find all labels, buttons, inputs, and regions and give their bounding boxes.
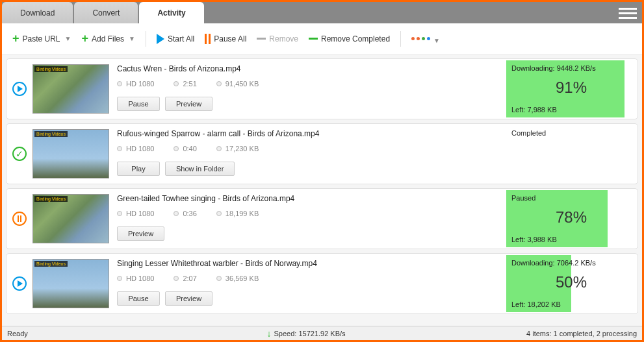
quality: HD 1080 (117, 275, 154, 282)
statusbar: Ready ↓ Speed: 15721.92 KB/s 4 items: 1 … (2, 326, 642, 340)
percent-text: 91% (506, 76, 636, 99)
duration: 2:51 (174, 80, 196, 88)
item-meta: HD 1080 2:07 36,569 KB (117, 275, 497, 282)
item-actions: Preview (117, 226, 497, 241)
thumbnail[interactable]: Birding Videos (32, 129, 109, 178)
percent-text: 78% (506, 206, 636, 229)
item-meta: HD 1080 0:40 17,230 KB (117, 145, 497, 153)
header-bar: Download Convert Activity (2, 2, 642, 23)
percent-text: 50% (506, 271, 636, 294)
item-status: Paused 78% Left: 3,988 KB (506, 190, 636, 247)
item-info: Green-tailed Towhee singing - Birds of A… (109, 189, 505, 249)
item-title: Rufous-winged Sparrow - alarm call - Bir… (117, 129, 497, 138)
menu-icon[interactable] (619, 4, 637, 22)
pause-button[interactable]: Pause (117, 291, 160, 306)
list-item[interactable]: Birding Videos Cactus Wren - Birds of Ar… (6, 58, 638, 119)
plus-icon: + (12, 32, 19, 45)
quality: HD 1080 (117, 145, 154, 153)
thumbnail[interactable]: Birding Videos (32, 259, 109, 308)
duration: 2:07 (174, 275, 196, 282)
item-meta: HD 1080 0:36 18,199 KB (117, 210, 497, 217)
tab-download[interactable]: Download (2, 2, 73, 23)
item-title: Cactus Wren - Birds of Arizona.mp4 (117, 64, 497, 73)
separator (400, 31, 401, 47)
thumbnail[interactable]: Birding Videos (32, 194, 109, 243)
status-text: Completed (506, 125, 636, 141)
item-title: Green-tailed Towhee singing - Birds of A… (117, 194, 497, 203)
item-actions: PausePreview (117, 97, 497, 111)
activity-list: Birding Videos Cactus Wren - Birds of Ar… (2, 55, 642, 326)
play-button[interactable]: Play (117, 162, 160, 176)
plus-icon: + (81, 32, 88, 45)
download-arrow-icon: ↓ (267, 328, 272, 339)
status-text: Downloading: 7064.2 KB/s (506, 255, 636, 271)
thumb-label: Birding Videos (34, 131, 68, 137)
list-item[interactable]: Birding Videos Green-tailed Towhee singi… (6, 188, 638, 249)
separator (146, 31, 146, 47)
status-text: Paused (506, 190, 636, 206)
duration: 0:36 (174, 210, 196, 217)
item-actions: PausePreview (117, 291, 497, 306)
paste-url-label: Paste URL (23, 34, 60, 43)
pause-button[interactable]: Pause (117, 97, 160, 111)
start-all-label: Start All (168, 34, 194, 43)
show-in-folder-button[interactable]: Show in Folder (165, 162, 235, 176)
tab-activity[interactable]: Activity (139, 2, 203, 23)
status-items: 4 items: 1 completed, 2 processing (526, 330, 637, 337)
item-status-icon: ✓ (6, 124, 32, 184)
item-info: Rufous-winged Sparrow - alarm call - Bir… (109, 124, 505, 184)
minus-icon (309, 38, 318, 40)
item-status-icon (6, 254, 32, 313)
play-icon (157, 34, 164, 44)
remove-button[interactable]: Remove (253, 32, 302, 46)
item-meta: HD 1080 2:51 91,450 KB (117, 80, 497, 88)
item-info: Cactus Wren - Birds of Arizona.mp4 HD 10… (109, 59, 505, 119)
remove-label: Remove (269, 34, 298, 43)
filesize: 18,199 KB (216, 210, 259, 217)
more-button[interactable]: ▼ (407, 34, 441, 43)
chevron-down-icon[interactable]: ▼ (433, 37, 437, 40)
status-speed: ↓ Speed: 15721.92 KB/s (267, 328, 527, 339)
item-status: Downloading: 9448.2 KB/s 91% Left: 7,988… (506, 60, 636, 117)
thumb-label: Birding Videos (34, 261, 68, 267)
filesize: 17,230 KB (216, 145, 259, 153)
paste-url-button[interactable]: + Paste URL ▼ (8, 29, 75, 48)
preview-button[interactable]: Preview (165, 97, 213, 111)
pause-circle-icon[interactable] (12, 212, 27, 226)
item-status-icon (6, 59, 32, 119)
pause-all-button[interactable]: Pause All (201, 31, 250, 47)
list-item[interactable]: ✓ Birding Videos Rufous-winged Sparrow -… (6, 123, 638, 184)
left-text: Left: 7,988 KB (511, 106, 557, 114)
play-circle-icon[interactable] (12, 276, 27, 291)
minus-icon (257, 38, 266, 40)
add-files-label: Add Files (92, 34, 124, 43)
status-ready: Ready (7, 330, 267, 337)
chevron-down-icon[interactable]: ▼ (65, 35, 71, 42)
left-text: Left: 3,988 KB (511, 236, 557, 243)
check-circle-icon: ✓ (12, 147, 27, 161)
add-files-button[interactable]: + Add Files ▼ (77, 29, 138, 48)
pause-icon (205, 34, 211, 44)
item-status: Downloading: 7064.2 KB/s 50% Left: 18,20… (506, 255, 636, 312)
tab-convert[interactable]: Convert (74, 2, 138, 23)
filesize: 91,450 KB (216, 80, 259, 88)
toolbar: + Paste URL ▼ + Add Files ▼ Start All Pa… (2, 23, 642, 55)
item-actions: PlayShow in Folder (117, 162, 497, 176)
thumbnail[interactable]: Birding Videos (32, 64, 109, 114)
list-item[interactable]: Birding Videos Singing Lesser Whitethroa… (6, 253, 638, 314)
item-status: Completed (506, 125, 636, 182)
remove-completed-button[interactable]: Remove Completed (305, 32, 394, 46)
chevron-down-icon[interactable]: ▼ (129, 35, 135, 42)
pause-all-label: Pause All (214, 34, 246, 43)
preview-button[interactable]: Preview (117, 226, 164, 241)
item-title: Singing Lesser Whitethroat warbler - Bir… (117, 259, 497, 268)
play-circle-icon[interactable] (12, 82, 27, 96)
left-text: Left: 18,202 KB (511, 300, 561, 308)
remove-completed-label: Remove Completed (321, 34, 390, 43)
item-status-icon (6, 189, 32, 249)
filesize: 36,569 KB (216, 275, 259, 282)
preview-button[interactable]: Preview (165, 291, 213, 306)
duration: 0:40 (174, 145, 196, 153)
thumb-label: Birding Videos (34, 196, 68, 202)
start-all-button[interactable]: Start All (153, 31, 198, 47)
